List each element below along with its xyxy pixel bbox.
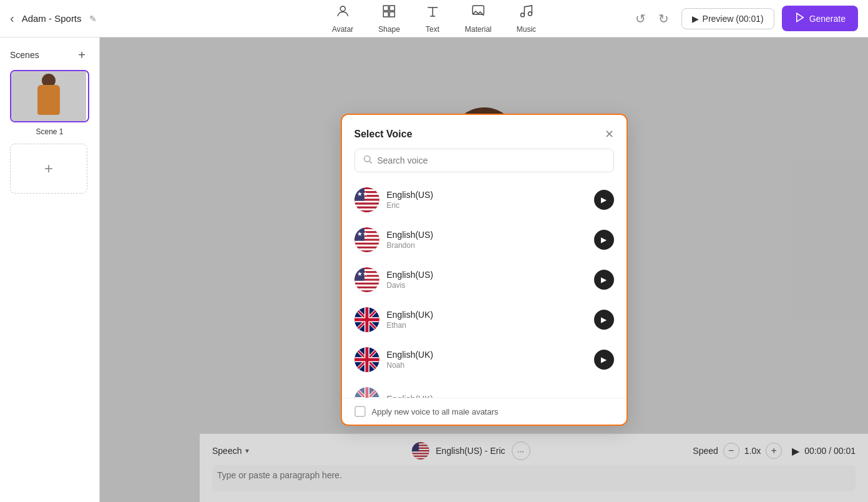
voice-person-noah: Noah (387, 361, 587, 370)
back-button[interactable]: ‹ (10, 11, 14, 26)
voice-lang-davis: English(US) (387, 270, 587, 280)
scene-1-label: Scene 1 (10, 127, 89, 136)
preview-button[interactable]: ▶ Preview (00:01) (681, 8, 774, 29)
toolbar-right: ↺ ↻ ▶ Preview (00:01) Generate (630, 6, 858, 31)
apply-voice-label[interactable]: Apply new voice to all male avatars (372, 407, 499, 416)
voice-info-eric: English(US) Eric (387, 190, 587, 210)
tool-avatar[interactable]: Avatar (332, 4, 353, 34)
search-voice-input[interactable] (378, 155, 606, 165)
voice-info-uk3: English(UK) (387, 394, 614, 398)
play-voice-ethan-button[interactable]: ▶ (594, 310, 614, 330)
us-flag-eric: ★★★ (354, 187, 379, 212)
thumb-body (37, 85, 60, 115)
voice-item-ethan[interactable]: English(UK) Ethan ▶ (347, 300, 622, 340)
voice-info-brandon: English(US) Brandon (387, 230, 587, 250)
play-voice-davis-button[interactable]: ▶ (594, 270, 614, 290)
svg-rect-24 (354, 203, 379, 205)
svg-rect-28 (354, 210, 379, 212)
project-name: Adam - Sports (22, 13, 82, 24)
modal-title: Select Voice (354, 129, 412, 140)
svg-line-13 (369, 161, 372, 164)
scene-1-thumbnail[interactable] (10, 70, 89, 122)
voice-list: ★★★ English(US) Eric ▶ (342, 180, 627, 398)
generate-button[interactable]: Generate (782, 6, 858, 31)
voice-item-uk-3[interactable]: English(UK) (347, 380, 622, 398)
voice-item-brandon[interactable]: ★★★ English(US) Brandon ▶ (347, 220, 622, 260)
add-scene-card[interactable]: + (10, 144, 87, 194)
svg-marker-11 (796, 13, 803, 22)
svg-rect-36 (354, 241, 379, 243)
svg-rect-26 (354, 207, 379, 209)
us-flag-brandon: ★★★ (354, 227, 379, 252)
sidebar: Scenes + Scene 1 + (0, 37, 100, 502)
add-scene-card-icon: + (44, 160, 53, 177)
undo-button[interactable]: ↺ (630, 9, 651, 29)
tool-music-label: Music (517, 25, 536, 34)
svg-rect-3 (384, 12, 389, 17)
shape-icon (382, 4, 397, 22)
svg-rect-1 (384, 6, 389, 11)
voice-item-eric[interactable]: ★★★ English(US) Eric ▶ (347, 180, 622, 220)
toolbar-center: Avatar Shape Text Mater (332, 4, 536, 34)
voice-person-davis: Davis (387, 281, 587, 290)
scenes-label: Scenes (10, 50, 39, 60)
avatar-icon (335, 4, 350, 22)
tool-material-label: Material (465, 25, 492, 34)
canvas-wrapper: Select Voice ✕ (100, 37, 868, 502)
edit-project-name-button[interactable]: ✎ (89, 14, 97, 24)
voice-lang-brandon: English(US) (387, 230, 587, 240)
modal-header: Select Voice ✕ (342, 115, 627, 149)
voice-lang-uk3: English(UK) (387, 394, 614, 398)
toolbar: ‹ Adam - Sports ✎ Avatar Shape (0, 0, 868, 37)
select-voice-modal: Select Voice ✕ (341, 114, 628, 426)
voice-item-noah[interactable]: English(UK) Noah ▶ (347, 340, 622, 380)
svg-rect-46 (354, 281, 379, 283)
tool-shape-label: Shape (378, 25, 400, 34)
play-voice-noah-button[interactable]: ▶ (594, 350, 614, 370)
voice-info-noah: English(UK) Noah (387, 350, 587, 370)
main-layout: Scenes + Scene 1 + (0, 37, 868, 502)
svg-rect-47 (354, 285, 379, 287)
add-scene-button[interactable]: + (74, 47, 89, 62)
svg-point-12 (364, 156, 369, 162)
uk-flag-noah (354, 347, 379, 372)
tool-material[interactable]: Material (465, 4, 492, 34)
apply-voice-checkbox[interactable] (354, 406, 366, 417)
svg-rect-37 (354, 245, 379, 247)
play-voice-brandon-button[interactable]: ▶ (594, 230, 614, 250)
generate-label: Generate (809, 14, 846, 24)
preview-label: Preview (00:01) (703, 14, 764, 24)
voice-lang-ethan: English(UK) (387, 310, 587, 320)
modal-close-button[interactable]: ✕ (605, 127, 614, 141)
svg-point-0 (340, 6, 345, 11)
svg-point-10 (528, 12, 532, 16)
search-box (354, 149, 614, 172)
svg-rect-4 (390, 12, 395, 17)
svg-rect-48 (354, 288, 379, 290)
svg-text:★★★: ★★★ (354, 230, 368, 237)
svg-rect-27 (354, 209, 379, 210)
play-voice-eric-button[interactable]: ▶ (594, 190, 614, 210)
tool-music[interactable]: Music (517, 4, 536, 34)
voice-person-brandon: Brandon (387, 241, 587, 250)
music-icon (519, 4, 534, 22)
voice-person-ethan: Ethan (387, 321, 587, 330)
voice-info-davis: English(US) Davis (387, 270, 587, 290)
modal-overlay: Select Voice ✕ (100, 37, 868, 502)
svg-rect-23 (354, 201, 379, 203)
tool-text-label: Text (426, 25, 439, 34)
voice-item-davis[interactable]: ★★★ English(US) Davis ▶ (347, 260, 622, 300)
tool-text[interactable]: Text (425, 4, 440, 34)
generate-icon (794, 12, 806, 25)
scenes-header: Scenes + (10, 47, 89, 62)
preview-play-icon: ▶ (692, 14, 699, 24)
svg-rect-16 (354, 187, 379, 189)
material-icon (471, 4, 485, 22)
voice-person-eric: Eric (387, 201, 587, 210)
tool-shape[interactable]: Shape (378, 4, 400, 34)
us-flag-davis: ★★★ (354, 267, 379, 292)
uk-flag-3 (354, 387, 379, 398)
search-icon (363, 154, 373, 167)
redo-button[interactable]: ↻ (653, 9, 674, 29)
svg-point-9 (520, 13, 524, 17)
